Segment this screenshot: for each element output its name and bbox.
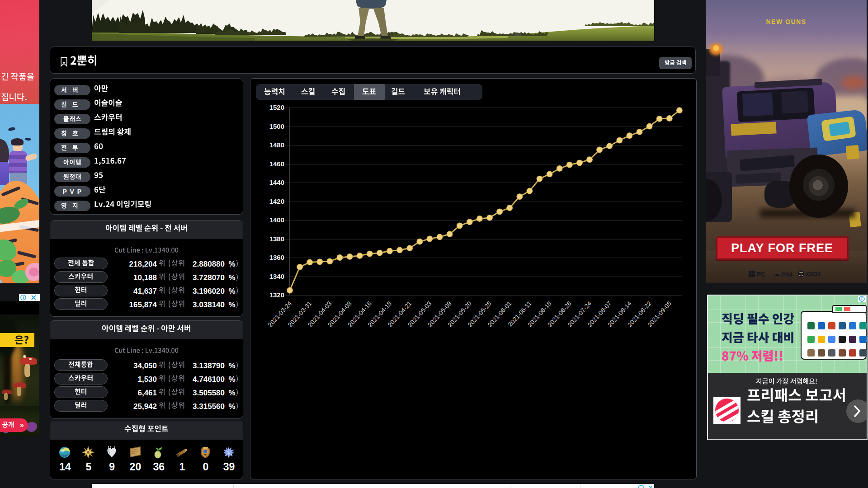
svg-text:1460: 1460	[269, 160, 284, 168]
svg-text:1340: 1340	[269, 272, 284, 280]
svg-text:1520: 1520	[269, 103, 284, 111]
svg-text:1420: 1420	[269, 197, 284, 205]
svg-text:1320: 1320	[269, 291, 284, 299]
svg-text:1440: 1440	[269, 178, 284, 186]
svg-text:PC: PC	[757, 271, 765, 278]
svg-text:1360: 1360	[269, 253, 284, 261]
svg-text:1500: 1500	[269, 122, 284, 130]
svg-text:1380: 1380	[269, 235, 284, 243]
svg-text:1480: 1480	[269, 141, 284, 149]
svg-text:1400: 1400	[269, 216, 284, 224]
svg-text:XBOX: XBOX	[806, 271, 821, 277]
svg-text:PS4: PS4	[781, 271, 793, 278]
